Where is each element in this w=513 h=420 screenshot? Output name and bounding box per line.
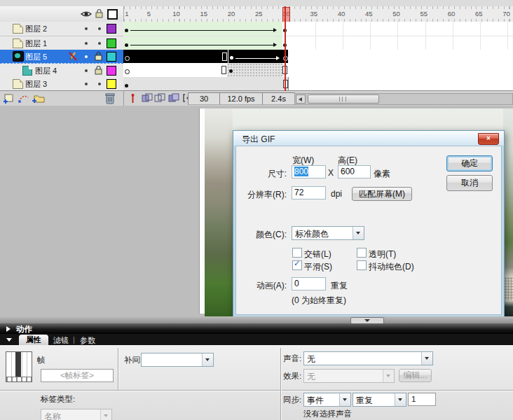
eye-column-icon[interactable]	[81, 10, 92, 18]
layer-lock-dot[interactable]	[98, 42, 101, 45]
insert-folder-icon[interactable]	[32, 93, 45, 104]
frames-row-layer5-selected[interactable]	[123, 50, 513, 64]
ruler-number: 40	[334, 10, 348, 18]
timeline-hscrollbar[interactable]	[294, 93, 513, 105]
playhead-line[interactable]	[285, 6, 286, 91]
layer-visibility-dot[interactable]	[85, 27, 88, 30]
add-motion-guide-icon[interactable]	[18, 93, 29, 104]
motion-tween-span[interactable]	[123, 36, 283, 50]
repeat-note: (0 为始终重复)	[292, 295, 346, 307]
scroll-left-arrow[interactable]	[296, 94, 306, 104]
frames-row-layer4[interactable]	[123, 63, 513, 78]
toolbar-divider	[123, 91, 124, 106]
dialog-titlebar[interactable]: 导出 GIF ×	[233, 131, 504, 146]
layer-visibility-dot[interactable]	[85, 55, 88, 58]
match-screen-button[interactable]: 匹配屏幕(M)	[352, 187, 412, 201]
stage-edge	[199, 108, 205, 314]
transparent-checkbox[interactable]	[357, 248, 367, 258]
delete-layer-trash-icon[interactable]	[105, 92, 115, 104]
smooth-checkbox[interactable]: ✓	[292, 260, 302, 270]
frames-row-layer2[interactable]	[123, 22, 513, 36]
dialog-title: 导出 GIF	[242, 134, 275, 146]
chevron-down-icon	[421, 352, 432, 365]
chevron-down-icon	[364, 319, 370, 322]
motion-tween-span[interactable]	[123, 22, 283, 36]
sound-dropdown[interactable]: 无	[303, 351, 433, 365]
outline-column-icon[interactable]	[107, 9, 118, 20]
frame-preview-icon	[6, 351, 32, 382]
center-frame-icon[interactable]	[128, 93, 138, 104]
ok-button[interactable]: 确定	[446, 155, 493, 172]
dialog-body: 宽(W) 高(E) 尺寸: 800 X 600 像素 确定 取消 分辨率(R):…	[235, 146, 502, 315]
flash-workspace: 1510152025303540455055606570 图层 2 图层 1 图…	[0, 0, 513, 420]
layer-color-swatch[interactable]	[107, 66, 116, 76]
height-input[interactable]: 600	[338, 165, 371, 178]
layer-visibility-dot[interactable]	[85, 83, 88, 85]
layer-lock-dot[interactable]	[98, 83, 101, 85]
onion-skin-icon[interactable]	[142, 93, 153, 103]
dither-solids-checkbox[interactable]	[357, 260, 367, 270]
frames-row-layer3[interactable]	[123, 77, 513, 91]
layer-row-4[interactable]: 图层 4	[0, 63, 123, 78]
frames-row-layer1[interactable]	[123, 36, 513, 50]
layer-lock-dot[interactable]	[98, 27, 101, 30]
export-gif-dialog: 导出 GIF × 宽(W) 高(E) 尺寸: 800 X 600 像素 确定 取…	[233, 130, 505, 318]
effect-dropdown[interactable]: 无	[303, 369, 395, 383]
layer-row-2[interactable]: 图层 2	[0, 22, 123, 36]
layer-color-swatch[interactable]	[107, 24, 116, 34]
static-span[interactable]	[123, 63, 228, 77]
collapse-arrow-icon[interactable]	[6, 338, 12, 342]
layer-color-swatch[interactable]	[107, 38, 116, 48]
sync-event-dropdown[interactable]: 事件	[303, 393, 351, 407]
chevron-down-icon	[202, 354, 213, 366]
times-label: X	[328, 168, 334, 178]
static-span[interactable]	[123, 77, 289, 90]
tab-parameters[interactable]: 参数	[80, 335, 95, 346]
layer-color-swatch[interactable]	[107, 52, 116, 62]
dpi-label: dpi	[331, 189, 342, 199]
sync-count-input[interactable]: 1	[408, 393, 436, 406]
layer-visibility-dot[interactable]	[85, 42, 88, 45]
panel-collapse-strip	[0, 316, 513, 323]
layer-row-1[interactable]: 图层 1	[0, 36, 123, 50]
layer-lock-icon[interactable]	[95, 51, 102, 61]
frame-rate-indicator[interactable]: 12.0 fps	[219, 92, 263, 105]
photo-building-windows	[503, 277, 513, 300]
layer-visibility-dot[interactable]	[85, 69, 88, 72]
playhead-marker[interactable]	[282, 7, 290, 22]
close-icon[interactable]: ×	[478, 133, 499, 145]
insert-layer-icon[interactable]	[3, 93, 15, 104]
edit-multiple-frames-icon[interactable]	[168, 93, 179, 103]
size-label: 尺寸:	[236, 168, 287, 180]
frame-label-input[interactable]: <帧标签>	[41, 369, 114, 382]
onion-skin-outlines-icon[interactable]	[154, 93, 165, 103]
sync-label: 同步:	[283, 395, 301, 405]
timeline-ruler[interactable]: 1510152025303540455055606570	[123, 6, 513, 22]
colors-dropdown[interactable]: 标准颜色	[292, 226, 364, 240]
selected-frames-span[interactable]	[123, 50, 288, 63]
tween-dropdown[interactable]	[141, 353, 214, 367]
interlace-checkbox[interactable]	[292, 248, 302, 258]
animation-input[interactable]: 0	[292, 277, 326, 290]
cancel-button[interactable]: 取消	[446, 175, 493, 191]
layer-color-swatch[interactable]	[107, 79, 116, 89]
lock-column-icon[interactable]	[95, 8, 103, 18]
ruler-number: 45	[362, 10, 376, 18]
actions-panel-header[interactable]: 动作	[0, 323, 513, 334]
edit-sound-button[interactable]: 编辑...	[399, 369, 432, 382]
resolution-input[interactable]: 72	[292, 186, 326, 200]
divider	[118, 348, 118, 390]
masked-layer-icon	[22, 66, 32, 76]
layer-row-3[interactable]: 图层 3	[0, 77, 123, 91]
dotted-span[interactable]	[227, 63, 282, 77]
label-type-dropdown[interactable]: 名称	[41, 409, 112, 420]
tab-filters[interactable]: 滤镜	[53, 335, 69, 346]
layer-row-5-selected[interactable]: 图层 5	[0, 50, 123, 64]
sync-repeat-dropdown[interactable]: 重复	[353, 393, 406, 407]
layer-name: 图层 2	[25, 24, 47, 34]
tab-properties[interactable]: 属性	[19, 335, 48, 345]
ruler-number: 20	[224, 10, 238, 18]
scrollbar-thumb[interactable]	[308, 94, 379, 104]
layer-lock-icon[interactable]	[95, 65, 102, 75]
width-input[interactable]: 800	[292, 165, 326, 178]
